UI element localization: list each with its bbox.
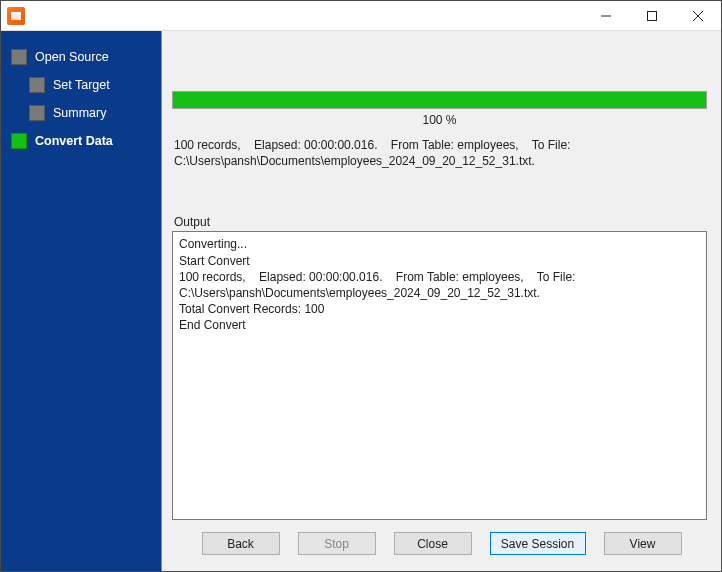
step-summary[interactable]: Summary <box>1 99 161 127</box>
step-label: Set Target <box>53 78 110 92</box>
step-box-icon <box>29 77 45 93</box>
close-window-button[interactable] <box>675 1 721 30</box>
view-button[interactable]: View <box>604 532 682 555</box>
progress-bar <box>172 91 707 109</box>
step-open-source[interactable]: Open Source <box>1 43 161 71</box>
output-label: Output <box>172 179 707 231</box>
step-label: Convert Data <box>35 134 113 148</box>
svg-rect-3 <box>648 11 657 20</box>
main-panel: 100 % 100 records, Elapsed: 00:00:00.016… <box>161 31 721 571</box>
app-icon <box>7 7 25 25</box>
step-convert-data[interactable]: Convert Data <box>1 127 161 155</box>
svg-rect-1 <box>11 12 21 15</box>
step-box-icon <box>11 133 27 149</box>
output-textarea[interactable]: Converting... Start Convert 100 records,… <box>172 231 707 520</box>
wizard-sidebar: Open Source Set Target Summary Convert D… <box>1 31 161 571</box>
step-box-icon <box>29 105 45 121</box>
step-label: Open Source <box>35 50 109 64</box>
titlebar <box>1 1 721 31</box>
window-controls <box>583 1 721 30</box>
conversion-summary-text: 100 records, Elapsed: 00:00:00.016. From… <box>172 137 707 179</box>
maximize-button[interactable] <box>629 1 675 30</box>
close-button[interactable]: Close <box>394 532 472 555</box>
minimize-button[interactable] <box>583 1 629 30</box>
step-set-target[interactable]: Set Target <box>1 71 161 99</box>
step-label: Summary <box>53 106 106 120</box>
save-session-button[interactable]: Save Session <box>490 532 586 555</box>
stop-button: Stop <box>298 532 376 555</box>
button-bar: Back Stop Close Save Session View <box>162 520 721 571</box>
step-box-icon <box>11 49 27 65</box>
back-button[interactable]: Back <box>202 532 280 555</box>
progress-label: 100 % <box>172 109 707 137</box>
